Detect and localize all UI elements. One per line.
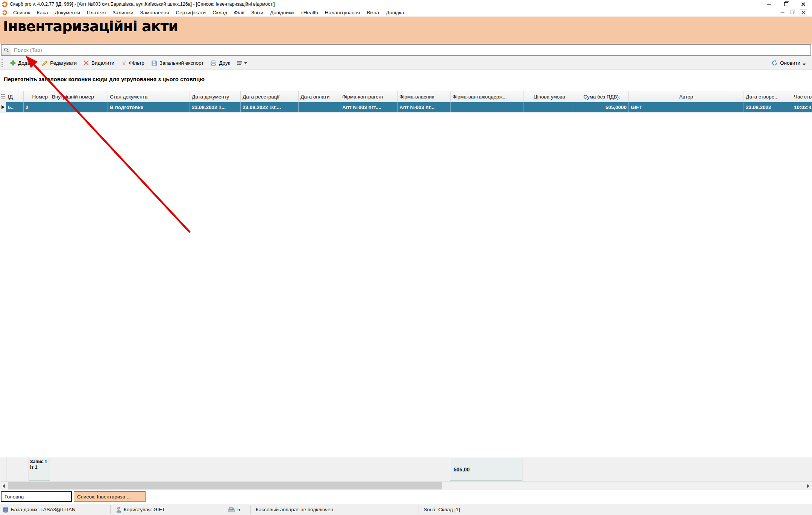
mdi-minimize-icon [781,12,785,13]
save-icon [151,60,157,66]
menu-sklad[interactable]: Склад [209,10,231,15]
search-box [1,44,811,56]
menu-dokumenty[interactable]: Документи [52,10,83,15]
menu-kasa[interactable]: Каса [33,10,52,15]
dropdown-caret-icon [244,62,247,64]
search-input[interactable] [11,45,810,55]
minimize-button[interactable] [760,0,777,8]
column-header-doc-date[interactable]: Дата документу [190,91,241,102]
list-icon [237,61,243,65]
current-row-marker [0,102,6,112]
column-header-pay-date[interactable]: Дата оплати [299,91,340,102]
column-header-author[interactable]: Автор [629,91,744,102]
cell-price-condition [524,102,575,112]
record-count-summary: Запис 1 із 1 [29,458,50,481]
cell-internal-number [50,102,108,112]
cash-register-icon [228,507,235,512]
pencil-icon [42,60,48,66]
export-button[interactable]: Загальний експорт [148,59,207,68]
column-header-created-time[interactable]: Час ств... [792,91,812,102]
mdi-restore-button[interactable] [790,11,794,14]
menu-ehealth[interactable]: eHealth [297,10,322,15]
grid-header-row: ІД Номер Внутрішній номер Стан документа… [0,91,812,102]
column-header-id[interactable]: ІД [6,91,24,102]
edit-button[interactable]: Редагувати [38,59,80,68]
statusbar: База даних: TASA3@TITAN Користувач: GIFT… [0,504,812,515]
menu-zalyshky[interactable]: Залишки [109,10,137,15]
statusbar-user: Користувач: GIFT [116,504,165,515]
cell-owner: Апт №003 пг... [398,102,451,112]
summary-indicator-cell [0,457,6,482]
funnel-icon [121,60,127,66]
cell-author: GIFT [629,102,744,112]
scroll-left-button[interactable] [0,482,8,490]
menu-sertyfikaty[interactable]: Сертифікати [173,10,209,15]
current-row-arrow-icon [2,105,5,109]
group-by-panel: Перетягніть заголовок колонки сюди для у… [0,70,812,91]
cell-sum: 505,0000 [575,102,629,112]
mdi-minimize-button[interactable] [781,12,785,13]
statusbar-database: База даних: TASA3@TITAN [3,504,76,515]
menu-zvity[interactable]: Звіти [248,10,267,15]
cell-reg-date: 23.08.2022 10:... [241,102,299,112]
scroll-right-icon [807,484,809,488]
add-button[interactable]: Додати [7,59,38,67]
search-button[interactable] [2,45,11,55]
grid-grip-icon [1,94,5,99]
menu-platezhi[interactable]: Платежі [83,10,109,15]
bottom-tabs: Головна Список: Інвентариза ... [0,490,812,504]
statusbar-separator [419,505,419,514]
titlebar: Скарб pro v. 4.0.2.77 [ІД: 969] - [Апт №… [0,0,812,8]
column-header-internal-number[interactable]: Внутрішній номер [50,91,108,102]
close-button[interactable] [795,0,812,8]
scroll-right-button[interactable] [804,482,812,490]
menu-zamovlennia[interactable]: Замовлення [137,10,173,15]
statusbar-zone: Зона: Склад [1] [424,504,460,515]
app-logo-icon-small [2,10,7,15]
menubar: Список Каса Документи Платежі Залишки За… [0,8,812,17]
cell-id: 6.. [6,102,24,112]
grid-selected-row[interactable]: 6.. 2 В подготовке 23.08.2022 1... 23.08… [0,102,812,112]
column-header-reg-date[interactable]: Дата реєстрації [241,91,299,102]
delete-button[interactable]: Видалити [80,59,118,67]
search-icon [4,47,9,53]
column-header-consignee[interactable]: Фірма-вантажоодерж... [451,91,524,102]
tab-inventory-list[interactable]: Список: Інвентариза ... [74,491,146,502]
column-header-sum[interactable]: Сума без ПДВ): [575,91,629,102]
toolbar: Додати Редагувати Видалити Фільтр [0,56,812,70]
user-icon [116,507,121,513]
menu-dovidnyky[interactable]: Довідники [267,10,297,15]
red-x-icon [83,60,89,66]
statusbar-separator [250,505,251,514]
refresh-button[interactable]: Оновити [768,58,809,68]
scrollbar-thumb[interactable] [8,482,442,489]
filter-button[interactable]: Фільтр [118,59,148,67]
restore-button[interactable] [777,0,795,8]
printer-icon [210,60,217,66]
print-button[interactable]: Друк [207,59,233,68]
menu-vikna[interactable]: Вікна [363,10,382,15]
menu-filii[interactable]: Філії [231,10,248,15]
column-header-owner[interactable]: Фірма-власник [398,91,451,102]
restore-icon [784,2,788,6]
menu-nalashtuvannia[interactable]: Налаштування [322,10,363,15]
grid-empty-area [0,112,812,457]
cell-contragent: Апт №003 пгт.... [340,102,398,112]
menu-dovidka[interactable]: Довідка [382,10,408,15]
statusbar-separator [110,505,111,514]
column-header-created-date[interactable]: Дата створе... [744,91,792,102]
cell-pay-date [299,102,340,112]
column-header-doc-state[interactable]: Стан документа [108,91,190,102]
toolbar-grip-icon [2,59,4,67]
column-header-price-condition[interactable]: Цінова умова [524,91,575,102]
view-options-button[interactable] [234,59,250,67]
menu-spisok[interactable]: Список [10,10,33,15]
app-logo-icon [2,2,8,7]
cell-created-time: 10:02:4 [792,102,812,112]
mdi-close-button[interactable] [800,9,807,15]
sum-total-summary: 505,00 [450,458,522,481]
column-header-number[interactable]: Номер [24,91,50,102]
column-header-contragent[interactable]: Фірма-контрагент [340,91,398,102]
tab-main[interactable]: Головна [1,491,72,502]
search-row [0,44,812,56]
